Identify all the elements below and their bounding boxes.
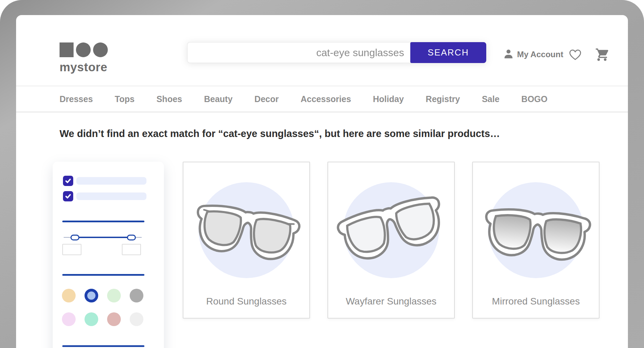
product-name: Round Sunglasses bbox=[183, 296, 309, 307]
product-card-wayfarer-sunglasses[interactable]: Wayfarer Sunglasses bbox=[327, 162, 455, 319]
nav-item-registry[interactable]: Registry bbox=[426, 94, 460, 104]
checkbox-checked[interactable] bbox=[63, 191, 73, 201]
page-content: mystore SEARCH My Account bbox=[16, 15, 628, 348]
nav-item-shoes[interactable]: Shoes bbox=[156, 94, 182, 104]
checkmark-icon bbox=[65, 177, 72, 184]
nav-item-beauty[interactable]: Beauty bbox=[204, 94, 232, 104]
color-swatch[interactable] bbox=[130, 289, 143, 302]
search-button[interactable]: SEARCH bbox=[410, 42, 486, 63]
filter-option bbox=[63, 176, 146, 186]
divider bbox=[62, 274, 144, 276]
round-sunglasses-image bbox=[183, 162, 309, 318]
product-grid: Round Sunglasses Wayfarer Sunglasses bbox=[183, 162, 600, 319]
nav-item-accessories[interactable]: Accessories bbox=[300, 94, 351, 104]
no-match-message: We didn’t find an exact match for “cat-e… bbox=[60, 128, 500, 139]
checkbox-checked[interactable] bbox=[63, 176, 73, 186]
product-card-round-sunglasses[interactable]: Round Sunglasses bbox=[183, 162, 310, 319]
nav-item-tops[interactable]: Tops bbox=[115, 94, 134, 104]
my-account-button[interactable]: My Account bbox=[503, 48, 563, 61]
category-nav: Dresses Tops Shoes Beauty Decor Accessor… bbox=[16, 86, 628, 112]
filter-option-bar bbox=[76, 192, 146, 200]
nav-item-bogo[interactable]: BOGO bbox=[521, 94, 548, 104]
divider bbox=[62, 221, 144, 222]
wishlist-button[interactable] bbox=[568, 47, 583, 62]
slider-handle-max[interactable] bbox=[127, 235, 136, 240]
color-swatch-selected[interactable] bbox=[85, 289, 98, 302]
nav-item-decor[interactable]: Decor bbox=[255, 94, 279, 104]
color-swatch[interactable] bbox=[107, 312, 121, 326]
price-min-input[interactable] bbox=[62, 244, 81, 255]
browser-frame: mystore SEARCH My Account bbox=[0, 0, 644, 348]
search-input[interactable] bbox=[187, 42, 410, 63]
mirrored-sunglasses-image bbox=[473, 162, 599, 318]
filter-panel bbox=[53, 162, 164, 348]
logo-text: mystore bbox=[60, 60, 128, 74]
store-logo[interactable]: mystore bbox=[60, 42, 128, 74]
nav-item-dresses[interactable]: Dresses bbox=[60, 94, 93, 104]
slider-active-range[interactable] bbox=[75, 237, 131, 238]
logo-shapes-icon bbox=[60, 42, 128, 57]
product-name: Wayfarer Sunglasses bbox=[328, 296, 454, 307]
nav-item-holiday[interactable]: Holiday bbox=[373, 94, 404, 104]
heart-icon bbox=[568, 56, 583, 62]
filter-option bbox=[63, 191, 146, 201]
color-swatches bbox=[62, 289, 152, 326]
filter-option-bar bbox=[76, 177, 146, 185]
price-max-input[interactable] bbox=[122, 244, 141, 255]
color-swatch[interactable] bbox=[107, 289, 121, 302]
checkmark-icon bbox=[65, 193, 72, 200]
nav-item-sale[interactable]: Sale bbox=[482, 94, 499, 104]
price-range-slider bbox=[53, 232, 164, 243]
color-swatch[interactable] bbox=[62, 289, 76, 302]
color-swatch[interactable] bbox=[85, 312, 98, 326]
cart-icon bbox=[594, 57, 610, 63]
cart-button[interactable] bbox=[594, 47, 610, 63]
product-card-mirrored-sunglasses[interactable]: Mirrored Sunglasses bbox=[472, 162, 600, 319]
slider-handle-min[interactable] bbox=[70, 235, 79, 240]
color-swatch[interactable] bbox=[130, 312, 143, 326]
divider bbox=[62, 345, 144, 347]
person-icon bbox=[503, 48, 514, 61]
wayfarer-sunglasses-image bbox=[328, 162, 454, 318]
color-swatch[interactable] bbox=[62, 312, 76, 326]
search-bar: SEARCH bbox=[187, 42, 486, 63]
product-name: Mirrored Sunglasses bbox=[473, 296, 599, 307]
my-account-label: My Account bbox=[517, 50, 563, 59]
